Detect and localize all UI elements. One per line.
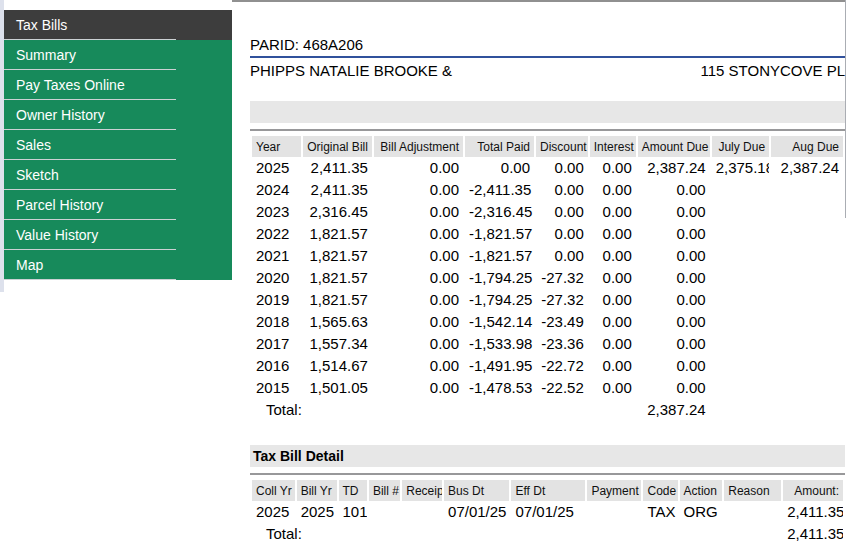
table-cell: 0.00 xyxy=(374,223,463,245)
content-right-border xyxy=(845,0,846,218)
table-cell: 2022 xyxy=(252,223,301,245)
table-cell: 0.00 xyxy=(590,157,636,179)
table-cell: -1,794.25 xyxy=(465,289,534,311)
table-row: 20232,316.450.00-2,316.450.000.000.00 xyxy=(252,201,843,223)
sidebar-item-tax-bills[interactable]: Tax Bills xyxy=(4,10,232,40)
table-cell: -22.72 xyxy=(536,355,588,377)
table-cell: 2015 xyxy=(252,377,301,399)
table-cell: 0.00 xyxy=(374,333,463,355)
table-cell: 0.00 xyxy=(590,201,636,223)
table-cell: 2019 xyxy=(252,289,301,311)
table-cell: 0.00 xyxy=(590,179,636,201)
column-header: Aug Due xyxy=(771,136,843,157)
column-header: Original Bill xyxy=(303,136,372,157)
sidebar-item-sketch[interactable]: Sketch xyxy=(4,160,232,190)
sidebar-item-summary[interactable]: Summary xyxy=(4,40,232,70)
table-cell: 2023 xyxy=(252,201,301,223)
table-cell: 0.00 xyxy=(638,179,710,201)
table-cell: -2,316.45 xyxy=(465,201,534,223)
sidebar-item-owner-history[interactable]: Owner History xyxy=(4,100,232,130)
sidebar-item-value-history[interactable]: Value History xyxy=(4,220,232,250)
table-cell xyxy=(724,501,781,523)
table-cell: 0.00 xyxy=(374,267,463,289)
table-cell: 0.00 xyxy=(638,311,710,333)
column-header: Eff Dt xyxy=(511,480,585,501)
table-cell: 0.00 xyxy=(465,157,534,179)
table-cell: 0.00 xyxy=(374,201,463,223)
table-row: 20181,565.630.00-1,542.14-23.490.000.00 xyxy=(252,311,843,333)
column-header: Bill # xyxy=(369,480,400,501)
sidebar-item-parcel-history[interactable]: Parcel History xyxy=(4,190,232,220)
table-cell: 0.00 xyxy=(638,201,710,223)
table-cell xyxy=(402,501,442,523)
property-address: 115 STONYCOVE PL xyxy=(700,62,845,79)
table-cell: 2,411.35 xyxy=(783,501,843,523)
table-cell: 1,821.57 xyxy=(303,267,372,289)
table-cell: -1,821.57 xyxy=(465,223,534,245)
table-cell: 1,514.67 xyxy=(303,355,372,377)
sidebar-item-pay-taxes-online[interactable]: Pay Taxes Online xyxy=(4,70,232,100)
tax-bill-detail-title: Tax Bill Detail xyxy=(250,445,845,467)
table-cell: -1,542.14 xyxy=(465,311,534,333)
table-cell: -23.36 xyxy=(536,333,588,355)
table-cell: 0.00 xyxy=(590,333,636,355)
main-content: PARID: 468A206 PHIPPS NATALIE BROOKE & 1… xyxy=(250,0,845,545)
table-cell: 0.00 xyxy=(590,267,636,289)
table-cell xyxy=(369,501,400,523)
column-header: July Due xyxy=(712,136,770,157)
owner-name: PHIPPS NATALIE BROOKE & xyxy=(250,62,452,79)
table-cell: -27.32 xyxy=(536,267,588,289)
table-row: 20201,821.570.00-1,794.25-27.320.000.00 xyxy=(252,267,843,289)
column-header: Code xyxy=(643,480,677,501)
column-header: Payment xyxy=(587,480,641,501)
table-cell xyxy=(771,355,843,377)
table-cell: 2021 xyxy=(252,245,301,267)
column-header: Bus Dt xyxy=(444,480,509,501)
header-divider xyxy=(250,56,845,58)
table-cell xyxy=(712,289,770,311)
table-cell: 0.00 xyxy=(590,223,636,245)
table-cell: 2025 xyxy=(252,501,295,523)
table-cell: 0.00 xyxy=(536,223,588,245)
tax-bill-detail-table: Coll YrBill YrTDBill #ReceiptBus DtEff D… xyxy=(250,480,845,545)
table-cell: 2025 xyxy=(297,501,337,523)
table-cell: 0.00 xyxy=(536,201,588,223)
table-cell xyxy=(712,267,770,289)
column-header: Receipt xyxy=(402,480,442,501)
table-cell: 0.00 xyxy=(536,179,588,201)
column-header: Total Paid xyxy=(465,136,534,157)
table-cell: 2025 xyxy=(252,157,301,179)
table-cell: 2016 xyxy=(252,355,301,377)
column-header: Bill Yr xyxy=(297,480,337,501)
table-row: 20211,821.570.00-1,821.570.000.000.00 xyxy=(252,245,843,267)
table-cell: 1,557.34 xyxy=(303,333,372,355)
table-cell: ORG xyxy=(680,501,723,523)
sidebar-item-sales[interactable]: Sales xyxy=(4,130,232,160)
column-header: Amount Due xyxy=(638,136,710,157)
table-row: 20252,411.350.000.000.000.002,387.242,37… xyxy=(252,157,843,179)
table-cell: 0.00 xyxy=(590,289,636,311)
table-cell: 2024 xyxy=(252,179,301,201)
table-cell: 0.00 xyxy=(590,377,636,399)
table-cell xyxy=(712,179,770,201)
table-cell: 0.00 xyxy=(374,179,463,201)
table-cell: 2017 xyxy=(252,333,301,355)
column-header: Bill Adjustment xyxy=(374,136,463,157)
table-cell: 0.00 xyxy=(374,355,463,377)
table-cell xyxy=(712,223,770,245)
detail-table-body: 2025202510107/01/2507/01/25TAXORG2,411.3… xyxy=(252,501,843,523)
column-header: Coll Yr xyxy=(252,480,295,501)
sidebar-item-map[interactable]: Map xyxy=(4,250,232,280)
table-cell: 0.00 xyxy=(590,311,636,333)
table-cell xyxy=(771,377,843,399)
table-cell: 1,565.63 xyxy=(303,311,372,333)
table-cell: 0.00 xyxy=(638,355,710,377)
table-cell xyxy=(771,289,843,311)
table-cell xyxy=(712,377,770,399)
table-cell: 0.00 xyxy=(374,289,463,311)
tax-total-label: Total: xyxy=(252,399,636,421)
table-cell: -2,411.35 xyxy=(465,179,534,201)
table-row: 2025202510107/01/2507/01/25TAXORG2,411.3… xyxy=(252,501,843,523)
table-cell: 101 xyxy=(339,501,367,523)
table-cell xyxy=(712,201,770,223)
